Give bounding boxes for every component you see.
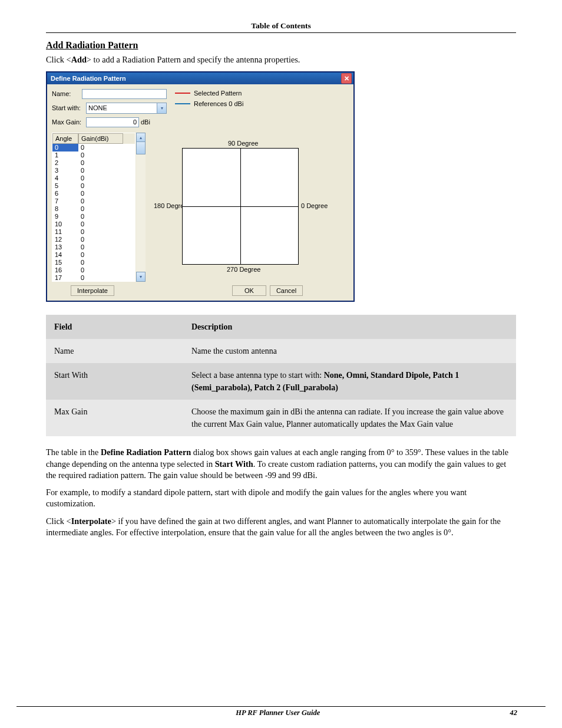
cell-angle: 9 [52, 213, 78, 220]
th-field: Field [54, 322, 72, 331]
start-with-value: NONE [88, 104, 107, 111]
cell-angle: 17 [52, 274, 78, 281]
cell: Start With [46, 363, 183, 400]
t: Add [71, 55, 87, 64]
cell-angle: 4 [52, 174, 78, 182]
table-row: Max Gain Choose the maximum gain in dBi … [46, 400, 516, 436]
table-row[interactable]: 120 [52, 236, 135, 243]
cell-angle: 13 [52, 243, 78, 251]
chevron-down-icon: ▾ [157, 103, 166, 113]
cancel-button[interactable]: Cancel [270, 285, 303, 296]
legend-swatch-reference [175, 103, 190, 104]
paragraph: Click <Interpolate> if you have defined … [46, 516, 516, 539]
cell-gain: 0 [78, 197, 123, 205]
table-row[interactable]: 00 [52, 144, 135, 151]
cell-angle: 6 [52, 190, 78, 197]
cell-gain: 0 [78, 182, 123, 190]
cell-gain: 0 [78, 228, 123, 236]
ok-button[interactable]: OK [232, 285, 266, 296]
col-gain: Gain(dBi) [78, 133, 123, 144]
cell-angle: 12 [52, 236, 78, 243]
page-number: 42 [510, 709, 517, 717]
maxgain-field[interactable] [86, 117, 139, 127]
radiation-chart: 90 Degree 180 Degree 0 Degree 270 Degree [150, 133, 349, 282]
cell-angle: 11 [52, 228, 78, 236]
table-row[interactable]: 110 [52, 228, 135, 236]
label-90deg: 90 Degree [228, 140, 258, 147]
cell: Max Gain [46, 400, 183, 436]
table-row: Field Description [46, 315, 516, 339]
table-row[interactable]: 60 [52, 190, 135, 197]
table-row[interactable]: 90 [52, 213, 135, 220]
define-radiation-pattern-dialog: Define Radiation Pattern ✕ Name: Start w… [46, 71, 355, 302]
footer: HP RF Planner User Guide 42 [16, 706, 546, 717]
name-field[interactable] [82, 89, 167, 99]
label-270deg: 270 Degree [227, 266, 261, 273]
scrollbar[interactable]: ▴ ▾ [135, 133, 146, 282]
t: The table in the [46, 447, 101, 457]
cell-angle: 1 [52, 151, 78, 159]
t: Click < [46, 55, 71, 64]
table-row[interactable]: 160 [52, 266, 135, 274]
col-angle: Angle [52, 133, 78, 144]
table-row[interactable]: 130 [52, 243, 135, 251]
cell-gain: 0 [78, 174, 123, 182]
cell-angle: 3 [52, 167, 78, 174]
t: > if you have defined the gain at two di… [46, 516, 501, 537]
table-row: Name Name the custom antenna [46, 339, 516, 363]
cell-gain: 0 [78, 144, 123, 151]
field-description-table: Field Description Name Name the custom a… [46, 315, 516, 436]
table-row[interactable]: 10 [52, 151, 135, 159]
header-toc: Table of Contents [46, 0, 516, 33]
legend-swatch-selected [175, 93, 190, 94]
name-label: Name: [52, 90, 82, 97]
angle-gain-table[interactable]: Angle Gain(dBi) 001020304050607080901001… [52, 133, 135, 282]
cell-angle: 15 [52, 259, 78, 266]
cell-angle: 0 [52, 144, 78, 151]
cell-gain: 0 [78, 274, 123, 281]
paragraph: For example, to modify a standard dipole… [46, 487, 516, 510]
cell-gain: 0 [78, 243, 123, 251]
t: > to add a Radiation Pattern and specify… [87, 55, 300, 64]
cell-gain: 0 [78, 259, 123, 266]
table-row[interactable]: 40 [52, 174, 135, 182]
t: Interpolate [71, 516, 111, 526]
table-row[interactable]: 50 [52, 182, 135, 190]
footer-title: HP RF Planner User Guide [236, 709, 320, 717]
chart-box [182, 148, 299, 265]
cell: Select a base antenna type to start with… [183, 363, 516, 400]
table-row[interactable]: 70 [52, 197, 135, 205]
start-with-label: Start with: [52, 104, 86, 111]
cell-gain: 0 [78, 190, 123, 197]
cell-angle: 7 [52, 197, 78, 205]
cell-angle: 10 [52, 220, 78, 228]
legend-selected-label: Selected Pattern [194, 90, 242, 97]
close-icon[interactable]: ✕ [341, 73, 352, 84]
cell-angle: 5 [52, 182, 78, 190]
intro-paragraph: Click <Add> to add a Radiation Pattern a… [46, 54, 516, 65]
start-with-select[interactable]: NONE ▾ [86, 103, 167, 114]
cell-gain: 0 [78, 220, 123, 228]
paragraph: The table in the Define Radiation Patter… [46, 447, 516, 481]
t: Define Radiation Pattern [101, 447, 191, 457]
legend: Selected Pattern References 0 dBi [175, 88, 243, 130]
table-row[interactable]: 30 [52, 167, 135, 174]
cell-gain: 0 [78, 251, 123, 259]
table-row[interactable]: 150 [52, 259, 135, 266]
cell-gain: 0 [78, 205, 123, 213]
table-row[interactable]: 170 [52, 274, 135, 281]
cell-gain: 0 [78, 266, 123, 274]
interpolate-button[interactable]: Interpolate [71, 285, 114, 296]
cell: Name the custom antenna [183, 339, 516, 363]
table-row[interactable]: 80 [52, 205, 135, 213]
table-row[interactable]: 140 [52, 251, 135, 259]
dialog-title: Define Radiation Pattern [51, 75, 126, 82]
cell-angle: 8 [52, 205, 78, 213]
scroll-down-icon[interactable]: ▾ [136, 272, 146, 282]
table-row[interactable]: 100 [52, 220, 135, 228]
cell-gain: 0 [78, 151, 123, 159]
scroll-thumb[interactable] [136, 141, 146, 154]
cell-gain: 0 [78, 236, 123, 243]
t: Click < [46, 516, 71, 526]
table-row[interactable]: 20 [52, 159, 135, 167]
